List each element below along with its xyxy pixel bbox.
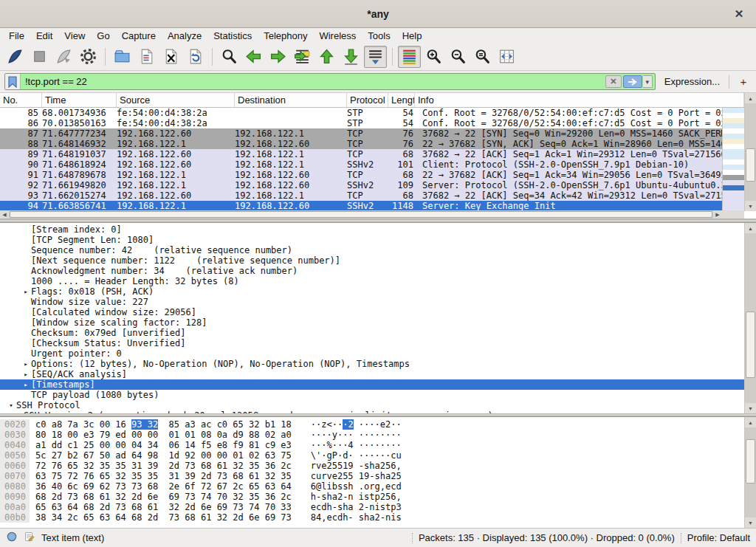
expert-info-icon[interactable] (6, 531, 18, 545)
column-header-source[interactable]: Source (117, 93, 235, 107)
hex-row[interactable]: 006072 76 65 32 35 35 31 39 2d 73 68 61 … (0, 461, 744, 471)
restart-capture-button[interactable] (52, 46, 75, 68)
scrollbar-thumb[interactable] (746, 312, 755, 378)
menu-item-analyze[interactable]: Analyze (162, 30, 207, 42)
column-header-protocol[interactable]: Protocol (347, 93, 388, 107)
capture-options-button[interactable] (77, 46, 100, 68)
reload-file-button[interactable] (184, 46, 207, 68)
scroll-left-icon[interactable]: ◀ (0, 210, 9, 219)
scroll-down-icon[interactable]: ▼ (745, 201, 756, 211)
hex-row[interactable]: 008036 40 6c 69 62 73 73 68 2e 6f 72 67 … (0, 481, 744, 492)
zoom-in-button[interactable] (422, 46, 445, 68)
hex-vscrollbar[interactable]: ▲ ▼ (744, 417, 756, 528)
menu-item-statistics[interactable]: Statistics (207, 30, 258, 42)
scroll-up-icon[interactable]: ▲ (745, 417, 756, 427)
expand-right-icon[interactable]: ▸ (21, 286, 31, 297)
expand-right-icon[interactable]: ▸ (13, 410, 24, 413)
menu-item-tools[interactable]: Tools (362, 30, 396, 42)
auto-scroll-toggle[interactable] (364, 46, 387, 68)
go-back-button[interactable] (242, 46, 265, 68)
filter-apply-icon[interactable] (623, 75, 642, 88)
menu-item-view[interactable]: View (58, 30, 91, 42)
go-last-packet-button[interactable] (340, 46, 362, 68)
packet-list-hscrollbar[interactable]: ◀ ▶ (0, 210, 722, 219)
detail-line[interactable]: ▸Options: (12 bytes), No-Operation (NOP)… (0, 359, 744, 369)
detail-line[interactable]: Checksum: 0x79ed [unverified] (0, 328, 744, 338)
colorize-toggle[interactable] (398, 46, 421, 68)
hex-row[interactable]: 003080 18 00 e3 79 ed 00 00 01 01 08 0a … (0, 430, 744, 440)
column-header-length[interactable]: Length (388, 93, 415, 107)
menu-item-edit[interactable]: Edit (30, 30, 58, 42)
detail-line[interactable]: ▸[Timestamps] (0, 379, 744, 390)
scroll-right-icon[interactable]: ▶ (713, 210, 722, 219)
hex-row[interactable]: 0040a1 dd c1 25 00 00 04 34 06 14 f5 e8 … (0, 440, 744, 450)
display-filter-input[interactable]: !tcp.port == 22 ✕ ▾ (4, 73, 656, 90)
hex-row[interactable]: 007063 75 72 76 65 32 35 35 31 39 2d 73 … (0, 471, 744, 481)
expand-right-icon[interactable]: ▸ (21, 359, 31, 369)
scroll-down-icon[interactable]: ▼ (745, 517, 756, 528)
filter-dropdown-icon[interactable]: ▾ (643, 75, 653, 88)
column-header-no[interactable]: No. (0, 93, 42, 107)
go-forward-button[interactable] (267, 46, 289, 68)
hex-row[interactable]: 00b038 34 2c 65 63 64 68 2d 73 68 61 32 … (0, 512, 744, 523)
detail-line[interactable]: [Stream index: 0] (0, 224, 744, 235)
find-packet-button[interactable] (218, 46, 241, 68)
filter-text[interactable]: !tcp.port == 22 (21, 76, 605, 87)
menu-item-wireless[interactable]: Wireless (313, 30, 362, 42)
packet-row[interactable]: 8568.001734936fe:54:00:d4:38:2aSTP54Conf… (0, 108, 722, 118)
expand-right-icon[interactable]: ▸ (21, 369, 31, 379)
detail-line[interactable]: Acknowledgment number: 34 (relative ack … (0, 266, 744, 276)
menu-item-capture[interactable]: Capture (116, 30, 162, 42)
open-file-button[interactable] (111, 46, 134, 68)
detail-line[interactable]: [Window size scaling factor: 128] (0, 317, 744, 328)
save-file-button[interactable] (135, 46, 158, 68)
packet-row[interactable]: 9371.662015274192.168.122.60192.168.122.… (0, 190, 722, 201)
menu-item-telephony[interactable]: Telephony (258, 30, 313, 42)
capture-comment-icon[interactable] (24, 531, 35, 545)
detail-line[interactable]: [TCP Segment Len: 1080] (0, 235, 744, 245)
close-file-button[interactable] (159, 46, 182, 68)
hex-row[interactable]: 009068 2d 73 68 61 32 2d 6e 69 73 74 70 … (0, 492, 744, 502)
detail-line[interactable]: 1000 .... = Header Length: 32 bytes (8) (0, 276, 744, 286)
detail-line[interactable]: ▾SSH Protocol (0, 400, 744, 410)
hex-row[interactable]: 00505c 27 b2 67 50 ad 64 98 1d 92 00 00 … (0, 450, 744, 461)
detail-line[interactable]: [Next sequence number: 1122 (relative se… (0, 255, 744, 266)
intelligent-scrollbar-minimap[interactable] (722, 108, 744, 211)
profile-label[interactable]: Profile: Default (687, 532, 750, 543)
menu-item-file[interactable]: File (3, 30, 30, 42)
column-header-info[interactable]: Info (415, 93, 744, 107)
go-to-packet-button[interactable] (291, 46, 314, 68)
stop-capture-button[interactable] (28, 46, 51, 68)
resize-columns-button[interactable] (495, 46, 518, 68)
detail-line[interactable]: TCP payload (1080 bytes) (0, 390, 744, 400)
packet-row[interactable]: 8971.648191037192.168.122.60192.168.122.… (0, 149, 722, 159)
scroll-up-icon[interactable]: ▲ (745, 223, 756, 233)
details-vscrollbar[interactable]: ▲ ▼ (744, 223, 756, 413)
packet-row[interactable]: 9071.648618924192.168.122.60192.168.122.… (0, 159, 722, 170)
expand-right-icon[interactable]: ▸ (21, 379, 31, 390)
zoom-out-button[interactable] (447, 46, 470, 68)
detail-line[interactable]: ▸SSH Version 2 (encryption:chacha20-poly… (0, 410, 744, 413)
expand-down-icon[interactable]: ▾ (6, 400, 16, 410)
packet-row[interactable]: 8771.647777234192.168.122.60192.168.122.… (0, 128, 722, 139)
scrollbar-thumb[interactable] (746, 439, 755, 484)
detail-line[interactable]: Window size value: 227 (0, 297, 744, 307)
packet-list-vscrollbar[interactable]: ▲ ▼ (744, 93, 756, 211)
add-filter-button-icon[interactable]: + (735, 75, 752, 89)
column-header-destination[interactable]: Destination (235, 93, 347, 107)
packet-row[interactable]: 9171.648789678192.168.122.1192.168.122.6… (0, 170, 722, 180)
detail-line[interactable]: [Calculated window size: 29056] (0, 307, 744, 317)
column-header-time[interactable]: Time (42, 93, 117, 107)
packet-row[interactable]: 8670.013850163fe:54:00:d4:38:2aSTP54Conf… (0, 118, 722, 128)
menu-item-go[interactable]: Go (91, 30, 115, 42)
menu-item-help[interactable]: Help (396, 30, 428, 42)
close-icon[interactable]: ✕ (731, 6, 747, 22)
detail-line[interactable]: ▸Flags: 0x018 (PSH, ACK) (0, 286, 744, 297)
detail-line[interactable]: [Checksum Status: Unverified] (0, 338, 744, 348)
hex-row[interactable]: 0020c0 a8 7a 3c 00 16 93 32 85 a3 ac c0 … (0, 419, 744, 430)
bookmark-icon[interactable] (5, 74, 21, 89)
scrollbar-thumb[interactable] (746, 148, 755, 182)
hex-row[interactable]: 00a065 63 64 68 2d 73 68 61 32 2d 6e 69 … (0, 502, 744, 512)
expression-button[interactable]: Expression... (662, 76, 723, 87)
scrollbar-thumb[interactable] (10, 211, 712, 218)
